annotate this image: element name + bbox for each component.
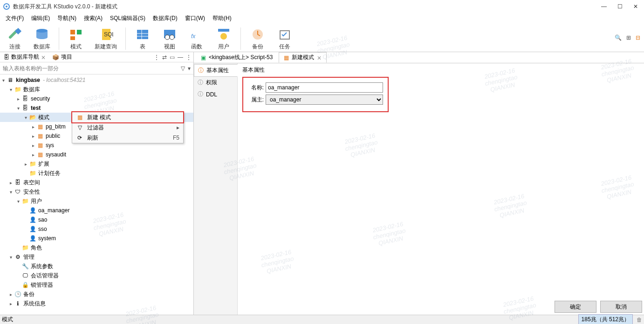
tab-project[interactable]: 📦项目 [50, 52, 74, 62]
nav-basic[interactable]: ⓘ基本属性 [194, 64, 238, 77]
app-icon [3, 3, 10, 10]
editor-tab-new-schema[interactable]: ▦新建模式⨯ [279, 52, 327, 63]
svg-text:fx: fx [191, 33, 196, 40]
ctx-filter[interactable]: ▽过滤器▸ [72, 122, 183, 133]
schema-icon: ▦ [284, 54, 289, 61]
min-icon[interactable]: — [178, 54, 183, 61]
tree-node-manage-item[interactable]: 🔒锁管理器 [0, 280, 193, 290]
context-menu: ▦新建 模式 ▽过滤器▸ ⟳刷新F5 [72, 112, 184, 143]
menu-help[interactable]: 帮助(H) [209, 14, 235, 23]
toolbar-backup[interactable]: 备份 [245, 26, 271, 52]
owner-label: 属主: [248, 96, 264, 104]
shield-icon: 🛡 [14, 188, 21, 196]
editor-tab-script[interactable]: ▣<kingbase线上> Script-53 [196, 52, 278, 63]
toolbar-function[interactable]: fx函数 [184, 26, 210, 52]
toolbar-schema[interactable]: 模式 [63, 26, 89, 52]
memory-indicator[interactable]: 185兆（共 512兆） [578, 314, 633, 324]
sidebar: 🗄数据库导航⨯ 📦项目 ⋮ ⇄ ▭ — ⋮ ▽▾ ▾🖥kingbase- loc… [0, 52, 194, 315]
svg-rect-6 [70, 36, 75, 40]
info-icon: ℹ [14, 300, 21, 307]
toolbar-view[interactable]: 视图 [157, 26, 183, 52]
user-icon: 👤 [29, 235, 36, 242]
name-label: 名称: [248, 84, 264, 92]
ok-button[interactable]: 确定 [555, 301, 596, 313]
menu-search[interactable]: 搜索(A) [80, 14, 106, 23]
schema-icon: ▦ [76, 114, 83, 121]
tablespace-icon: 🗄 [14, 179, 21, 186]
tab-db-nav[interactable]: 🗄数据库导航⨯ [2, 52, 48, 62]
schema-name-input[interactable] [266, 82, 383, 93]
toolbar-task[interactable]: 任务 [272, 26, 298, 52]
tree-node-sysinfo[interactable]: ▸ℹ系统信息 [0, 299, 193, 308]
tree-node-roles[interactable]: 📁角色 [0, 243, 193, 252]
server-icon: 🖥 [7, 76, 14, 84]
tree-node-manage-item[interactable]: 🔧系统参数 [0, 262, 193, 271]
funnel-icon: ▽ [76, 124, 83, 131]
stop-icon[interactable]: ▭ [170, 54, 175, 61]
menu-file[interactable]: 文件(F) [2, 14, 27, 23]
view-menu-icon[interactable]: ⋮ [186, 54, 192, 61]
menu-sql[interactable]: SQL编辑器(S) [106, 14, 149, 23]
tree-node-user[interactable]: 👤oa_manager [0, 206, 193, 215]
tree-node-manage-item[interactable]: 🖵会话管理器 [0, 271, 193, 280]
link-icon[interactable]: ⋮ [154, 54, 159, 61]
cancel-button[interactable]: 取消 [600, 301, 642, 313]
folder-icon: 📁 [21, 197, 29, 205]
schema-icon: ▦ [36, 142, 44, 149]
info-icon: ⓘ [198, 79, 203, 87]
ctx-new-schema[interactable]: ▦新建 模式 [71, 111, 184, 123]
close-tab-icon[interactable]: ⨯ [317, 54, 322, 61]
filter-icon[interactable]: ▽ [181, 65, 185, 72]
close-button[interactable]: ✕ [632, 3, 639, 10]
tree-node-user[interactable]: 👤system [0, 234, 193, 243]
user-icon: 👤 [29, 207, 36, 214]
tree-node-schema-item[interactable]: ▸▦sysaudit [0, 150, 193, 159]
tree-node-ext[interactable]: ▸📁扩展 [0, 159, 193, 169]
collapse-icon[interactable]: ⇄ [162, 54, 167, 61]
schema-icon: ▦ [36, 132, 44, 140]
toolbar-connect[interactable]: 连接 [2, 26, 28, 52]
section-title: 基本属性 [242, 66, 639, 74]
db-nav-icon: 🗄 [4, 54, 9, 61]
filter-menu-icon[interactable]: ▾ [188, 65, 191, 72]
trash-icon[interactable]: 🗑 [637, 317, 642, 323]
tree-node-manage[interactable]: ▾⚙管理 [0, 252, 193, 262]
tree-node-backup[interactable]: ▸🕒备份 [0, 290, 193, 299]
toolbar-table[interactable]: 表 [130, 26, 156, 52]
ctx-refresh[interactable]: ⟳刷新F5 [72, 133, 183, 143]
search-icon[interactable]: 🔍 [615, 34, 622, 41]
tree-node-databases[interactable]: ▾📁数据库 [0, 85, 193, 94]
tree-node-users[interactable]: ▾📁用户 [0, 196, 193, 206]
folder-icon: 📁 [29, 160, 36, 168]
tree-node-tablespace[interactable]: ▸🗄表空间 [0, 178, 193, 187]
svg-point-14 [165, 35, 170, 40]
tree-node-user[interactable]: 👤sao [0, 215, 193, 224]
menu-database[interactable]: 数据库(D) [149, 14, 181, 23]
svg-rect-9 [137, 30, 148, 39]
tree-node-connection[interactable]: ▾🖥kingbase- localhost:54321 [0, 75, 193, 85]
folder-icon: 📁 [14, 86, 21, 93]
menu-nav[interactable]: 导航(N) [54, 14, 80, 23]
menu-edit[interactable]: 编辑(E) [27, 14, 54, 23]
tree-filter-input[interactable] [0, 63, 178, 74]
minimize-button[interactable]: — [600, 3, 608, 10]
toolbar-sep [240, 27, 241, 50]
nav-ddl[interactable]: ⓘDDL [194, 88, 237, 100]
menu-window[interactable]: 窗口(W) [181, 14, 209, 23]
tree-node-plan[interactable]: 📁计划任务 [0, 169, 193, 178]
tree-node-user[interactable]: 👤sso [0, 224, 193, 234]
tree-node-db[interactable]: ▸🗄security [0, 94, 193, 103]
toolbar-database[interactable]: 数据库 [29, 26, 55, 52]
tree-node-security[interactable]: ▾🛡安全性 [0, 187, 193, 196]
db-tree: ▾🖥kingbase- localhost:54321 ▾📁数据库 ▸🗄secu… [0, 74, 193, 315]
schema-owner-select[interactable]: oa_manager [266, 94, 383, 105]
gear-icon: ⚙ [14, 253, 21, 261]
toolbar-user[interactable]: 用户 [211, 26, 237, 52]
grid-icon[interactable]: ⊞ [626, 34, 631, 41]
svg-rect-5 [77, 30, 82, 34]
toolbar-new-query[interactable]: SQL新建查询 [90, 26, 122, 52]
menu-icon[interactable]: ⊟ [636, 34, 640, 41]
nav-perm[interactable]: ⓘ权限 [194, 77, 237, 88]
form-highlight: 名称: 属主: oa_manager [242, 77, 389, 112]
maximize-button[interactable]: ☐ [616, 3, 623, 10]
